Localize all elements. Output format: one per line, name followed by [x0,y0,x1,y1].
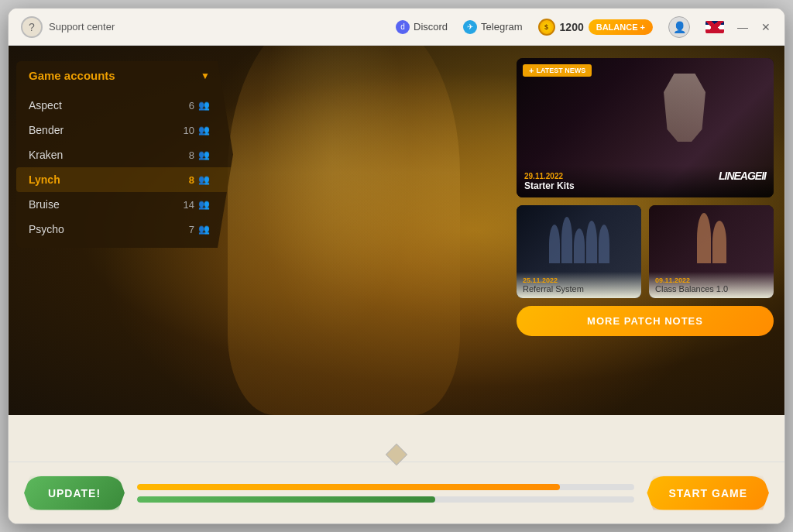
news-card-2-date: 09.11.2022 [655,276,767,284]
news-card-2[interactable]: 09.11.2022 Class Balances 1.0 [649,205,774,298]
main-window: ? Support center d Discord ✈ Telegram $ … [8,8,785,524]
account-item-bender[interactable]: Bender 10 👥 [16,118,233,142]
telegram-nav-item[interactable]: ✈ Telegram [463,20,522,34]
support-icon: ? [21,16,43,38]
account-right-0: 6 👥 [189,100,210,112]
lineage-logo: LINEAGEII [719,170,766,190]
titlebar-left: ? Support center [21,16,383,38]
fig1 [549,225,560,263]
fig-b [712,221,726,263]
discord-icon: d [396,20,410,34]
account-count-5: 7 [189,224,194,235]
news-card-main[interactable]: LATEST NEWS 29.11.2022 Starter Kits LINE… [517,58,774,197]
progress-fill-green [137,496,435,503]
account-right-1: 10 👥 [184,125,210,136]
account-count-3: 8 [189,174,194,186]
account-right-2: 8 👥 [189,149,210,161]
accounts-header[interactable]: Game accounts ▼ [16,61,233,90]
news-cards-row: 25.11.2022 Referral System 09.11.2022 Cl… [517,205,774,298]
people-icon-3: 👥 [198,174,210,185]
people-icon-5: 👥 [198,224,210,235]
accounts-header-label: Game accounts [29,69,115,82]
character-figure [228,46,460,415]
people-icon-2: 👥 [198,149,210,160]
account-right-4: 14 👥 [184,199,210,211]
news-card-1[interactable]: 25.11.2022 Referral System [517,205,641,298]
progress-bar-2 [137,496,634,503]
account-item-lynch[interactable]: Lynch 8 👥 [16,167,233,192]
telegram-label: Telegram [481,21,522,33]
start-game-button[interactable]: START GAME [647,476,769,510]
close-button[interactable]: ✕ [760,21,772,33]
account-name-5: Psycho [29,223,64,235]
bottom-bar: UPDATE! START GAME [9,462,784,523]
coins-icon: $ [538,19,555,36]
titlebar: ? Support center d Discord ✈ Telegram $ … [9,9,784,46]
lineage-num: II [761,170,766,182]
patch-notes-button[interactable]: MORE PATCH NOTES [517,306,774,336]
account-name-4: Bruise [29,198,60,211]
account-item-bruise[interactable]: Bruise 14 👥 [16,192,233,217]
telegram-icon: ✈ [463,20,477,34]
account-item-aspect[interactable]: Aspect 6 👥 [16,93,233,118]
news-badge: LATEST NEWS [523,64,592,77]
news-card-2-figures [653,209,770,263]
dropdown-arrow-icon: ▼ [201,70,210,81]
sidebar: Game accounts ▼ Aspect 6 👥 Bender 10 👥 K… [9,46,241,462]
news-card-1-date: 25.11.2022 [523,276,635,284]
balance-section: $ 1200 BALANCE + [538,19,653,36]
main-content: Game accounts ▼ Aspect 6 👥 Bender 10 👥 K… [9,46,784,462]
window-controls: — ✕ [736,21,772,33]
news-card-1-figures [520,209,637,263]
discord-label: Discord [414,21,448,33]
account-item-kraken[interactable]: Kraken 8 👥 [16,142,233,167]
support-label: Support center [49,21,115,33]
account-name-2: Kraken [29,149,63,161]
account-list: Aspect 6 👥 Bender 10 👥 Kraken 8 👥 Lynch … [16,90,233,248]
account-right-5: 7 👥 [189,224,210,235]
news-card-1-title: Referral System [523,284,635,293]
lineage-text: LINEAGE [719,170,761,182]
account-count-1: 10 [184,125,194,136]
flag-icon[interactable] [705,21,724,33]
people-icon-1: 👥 [198,125,210,136]
account-count-0: 6 [189,100,194,112]
news-card-2-title: Class Balances 1.0 [655,284,767,293]
minimize-button[interactable]: — [736,21,749,33]
people-icon-0: 👥 [198,100,210,111]
fig4 [586,221,597,263]
profile-icon[interactable]: 👤 [668,16,690,38]
account-count-2: 8 [189,149,194,161]
account-count-4: 14 [184,199,194,211]
fig3 [574,228,585,263]
people-icon-4: 👥 [198,199,210,210]
account-item-psycho[interactable]: Psycho 7 👥 [16,217,233,242]
progress-section [137,484,634,503]
progress-bar-1 [137,484,634,490]
news-card-2-content: 09.11.2022 Class Balances 1.0 [649,272,774,298]
fig2 [561,217,572,263]
titlebar-nav: d Discord ✈ Telegram $ 1200 BALANCE + 👤 [396,16,724,38]
balance-button[interactable]: BALANCE + [589,19,653,35]
news-badge-label: LATEST NEWS [536,67,585,74]
balance-amount: 1200 [560,21,584,33]
accounts-dropdown: Game accounts ▼ Aspect 6 👥 Bender 10 👥 K… [16,61,233,248]
account-right-3: 8 👥 [189,174,210,186]
account-name-1: Bender [29,124,64,136]
right-panel: LATEST NEWS 29.11.2022 Starter Kits LINE… [506,46,784,462]
fig5 [599,225,609,263]
progress-fill-orange [137,484,560,490]
discord-nav-item[interactable]: d Discord [396,20,448,34]
account-name-0: Aspect [29,99,62,112]
fig-a [697,213,711,263]
news-card-1-content: 25.11.2022 Referral System [517,272,641,298]
account-name-3: Lynch [29,173,60,186]
update-button[interactable]: UPDATE! [24,476,125,510]
